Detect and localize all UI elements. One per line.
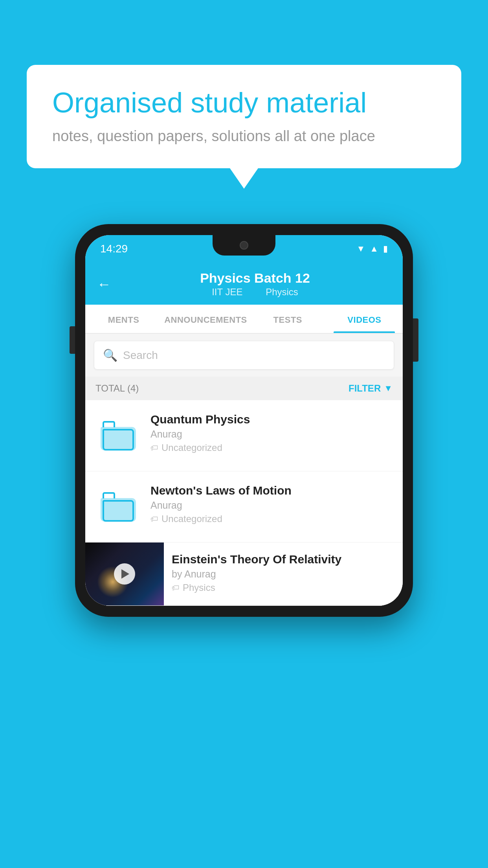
tab-ments[interactable]: MENTS: [85, 305, 162, 333]
tag-label-1: Uncategorized: [161, 442, 222, 453]
battery-icon: ▮: [383, 244, 388, 254]
search-container: 🔍 Search: [85, 334, 403, 377]
tab-videos[interactable]: VIDEOS: [326, 305, 403, 333]
video-thumb-1: [95, 413, 141, 458]
video-author-3: by Anurag: [172, 568, 395, 580]
play-triangle-icon: [121, 569, 129, 579]
filter-button[interactable]: FILTER ▼: [349, 383, 393, 394]
status-time: 14:29: [100, 243, 128, 255]
folder-icon-2: [101, 492, 136, 522]
video-tag-1: 🏷 Uncategorized: [150, 442, 393, 453]
phone-mockup: 14:29 ▼ ▲ ▮ ← Physics Batch 12 IIT JEE: [75, 224, 413, 617]
tag-icon-3: 🏷: [172, 583, 180, 592]
status-icons: ▼ ▲ ▮: [356, 244, 388, 254]
video-tag-3: 🏷 Physics: [172, 582, 395, 593]
video-item-1[interactable]: Quantum Physics Anurag 🏷 Uncategorized: [85, 400, 403, 471]
tag-label-2: Uncategorized: [161, 513, 222, 524]
video-tag-2: 🏷 Uncategorized: [150, 513, 393, 524]
search-icon: 🔍: [103, 348, 117, 362]
video-item-2[interactable]: Newton's Laws of Motion Anurag 🏷 Uncateg…: [85, 471, 403, 542]
notch: [213, 235, 275, 256]
play-button[interactable]: [114, 563, 135, 585]
video-author-2: Anurag: [150, 500, 393, 511]
folder-icon-1: [101, 421, 136, 451]
speech-bubble-subtext: notes, question papers, solutions all at…: [52, 128, 436, 145]
video-thumbnail-3: [85, 542, 164, 605]
tab-announcements[interactable]: ANNOUNCEMENTS: [162, 305, 250, 333]
video-list: Quantum Physics Anurag 🏷 Uncategorized: [85, 400, 403, 606]
back-button[interactable]: ←: [97, 276, 111, 292]
video-info-3: Einstein's Theory Of Relativity by Anura…: [164, 542, 403, 603]
video-title-3: Einstein's Theory Of Relativity: [172, 553, 395, 566]
video-item-3[interactable]: Einstein's Theory Of Relativity by Anura…: [85, 542, 403, 606]
batch-title: Physics Batch 12: [119, 270, 391, 286]
tag-label-3: Physics: [183, 582, 215, 593]
phone-screen: 14:29 ▼ ▲ ▮ ← Physics Batch 12 IIT JEE: [85, 235, 403, 606]
video-title-2: Newton's Laws of Motion: [150, 484, 393, 497]
search-bar[interactable]: 🔍 Search: [94, 341, 394, 370]
app-header: ← Physics Batch 12 IIT JEE Physics: [85, 263, 403, 305]
signal-icon: ▲: [370, 244, 378, 254]
tab-tests[interactable]: TESTS: [250, 305, 326, 333]
phone-outer: 14:29 ▼ ▲ ▮ ← Physics Batch 12 IIT JEE: [75, 224, 413, 617]
video-author-1: Anurag: [150, 428, 393, 440]
filter-bar: TOTAL (4) FILTER ▼: [85, 377, 403, 400]
speech-bubble-heading: Organised study material: [52, 86, 436, 119]
video-info-2: Newton's Laws of Motion Anurag 🏷 Uncateg…: [150, 484, 393, 524]
subtitle-iitjee: IIT JEE: [212, 287, 242, 297]
speech-bubble-container: Organised study material notes, question…: [27, 65, 461, 168]
video-info-1: Quantum Physics Anurag 🏷 Uncategorized: [150, 413, 393, 453]
total-label: TOTAL (4): [95, 383, 139, 394]
header-title-block: Physics Batch 12 IIT JEE Physics: [119, 270, 391, 298]
notch-camera: [240, 241, 248, 250]
subtitle-sep: [251, 287, 259, 297]
tabs-bar: MENTS ANNOUNCEMENTS TESTS VIDEOS: [85, 305, 403, 334]
tag-icon-1: 🏷: [150, 443, 158, 452]
batch-subtitle: IIT JEE Physics: [119, 287, 391, 298]
wifi-icon: ▼: [356, 244, 365, 254]
status-bar: 14:29 ▼ ▲ ▮: [85, 235, 403, 263]
search-placeholder: Search: [123, 349, 158, 362]
filter-icon: ▼: [384, 383, 393, 394]
subtitle-physics: Physics: [266, 287, 298, 297]
speech-bubble: Organised study material notes, question…: [27, 65, 461, 168]
video-title-1: Quantum Physics: [150, 413, 393, 426]
tag-icon-2: 🏷: [150, 515, 158, 524]
filter-label: FILTER: [349, 383, 381, 394]
video-thumb-2: [95, 484, 141, 530]
